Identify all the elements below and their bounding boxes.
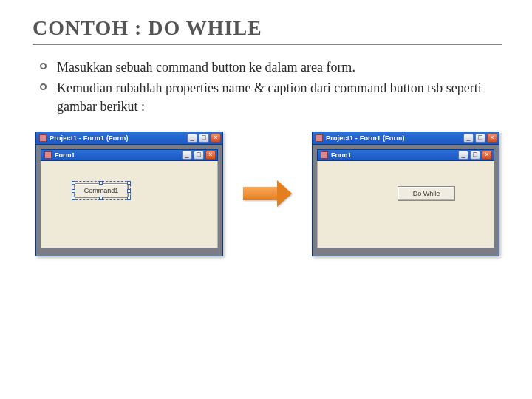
form-titlebar: Form1 _ □ × bbox=[41, 149, 218, 161]
maximize-button[interactable]: □ bbox=[470, 151, 480, 160]
bullet-text: Masukkan sebuah command button ke dalam … bbox=[57, 58, 355, 76]
window-buttons: _ □ × bbox=[458, 151, 492, 160]
designer-titlebar: Project1 - Form1 (Form) _ □ × bbox=[312, 132, 499, 145]
bullet-item: Masukkan sebuah command button ke dalam … bbox=[40, 58, 502, 76]
designer-body: Form1 _ □ × Command1 bbox=[35, 145, 223, 256]
minimize-button[interactable]: _ bbox=[182, 151, 192, 160]
form-icon bbox=[321, 151, 328, 159]
maximize-button[interactable]: □ bbox=[475, 134, 485, 143]
title-rule bbox=[33, 44, 502, 45]
form-titlebar: Form1 _ □ × bbox=[317, 149, 494, 161]
close-button[interactable]: × bbox=[211, 134, 221, 143]
form-design-surface[interactable]: Command1 bbox=[41, 161, 218, 248]
maximize-button[interactable]: □ bbox=[194, 151, 204, 160]
form-design-surface[interactable]: Do While bbox=[317, 161, 494, 248]
minimize-button[interactable]: _ bbox=[463, 134, 474, 143]
arrow-column bbox=[242, 180, 293, 207]
resize-handle[interactable] bbox=[99, 181, 103, 185]
command-button-selected[interactable]: Command1 bbox=[74, 183, 129, 198]
resize-handle[interactable] bbox=[72, 197, 75, 200]
resize-handle[interactable] bbox=[127, 197, 131, 200]
bullet-icon bbox=[40, 63, 47, 69]
window-buttons: _ □ × bbox=[463, 134, 497, 143]
minimize-button[interactable]: _ bbox=[187, 134, 197, 143]
resize-handle[interactable] bbox=[127, 181, 131, 185]
designer-title-text: Project1 - Form1 (Form) bbox=[50, 134, 187, 142]
bullet-text: Kemudian rubahlah properties name & capt… bbox=[57, 79, 502, 115]
form-title-text: Form1 bbox=[55, 151, 182, 159]
vb-project-icon bbox=[316, 134, 323, 142]
resize-handle[interactable] bbox=[127, 189, 131, 193]
arrow-right-icon bbox=[243, 180, 292, 207]
figures-row: Project1 - Form1 (Form) _ □ × Form1 _ □ bbox=[33, 132, 502, 256]
vb-designer-after: Project1 - Form1 (Form) _ □ × Form1 _ □ bbox=[312, 132, 499, 256]
designer-titlebar: Project1 - Form1 (Form) _ □ × bbox=[35, 132, 223, 145]
form-icon bbox=[44, 151, 52, 159]
command-button-label: Command1 bbox=[84, 187, 119, 194]
close-button[interactable]: × bbox=[487, 134, 497, 143]
command-button[interactable]: Do While bbox=[398, 186, 455, 201]
window-buttons: _ □ × bbox=[182, 151, 216, 160]
vb-designer-before: Project1 - Form1 (Form) _ □ × Form1 _ □ bbox=[35, 132, 223, 256]
resize-handle[interactable] bbox=[72, 189, 75, 193]
bullet-item: Kemudian rubahlah properties name & capt… bbox=[40, 79, 502, 115]
form-title-text: Form1 bbox=[331, 151, 458, 159]
bullet-icon bbox=[40, 83, 47, 90]
bullet-list: Masukkan sebuah command button ke dalam … bbox=[33, 58, 502, 115]
window-buttons: _ □ × bbox=[187, 134, 221, 143]
vb-project-icon bbox=[39, 134, 47, 142]
form-window: Form1 _ □ × Command1 bbox=[41, 149, 218, 248]
designer-body: Form1 _ □ × Do While bbox=[312, 145, 499, 256]
close-button[interactable]: × bbox=[205, 151, 216, 160]
maximize-button[interactable]: □ bbox=[199, 134, 209, 143]
command-button-label: Do While bbox=[413, 190, 440, 197]
resize-handle[interactable] bbox=[99, 197, 103, 200]
designer-title-text: Project1 - Form1 (Form) bbox=[326, 134, 463, 142]
close-button[interactable]: × bbox=[482, 151, 492, 160]
resize-handle[interactable] bbox=[72, 181, 75, 185]
slide-title: CONTOH : DO WHILE bbox=[33, 16, 502, 40]
form-window: Form1 _ □ × Do While bbox=[317, 149, 494, 248]
minimize-button[interactable]: _ bbox=[458, 151, 468, 160]
